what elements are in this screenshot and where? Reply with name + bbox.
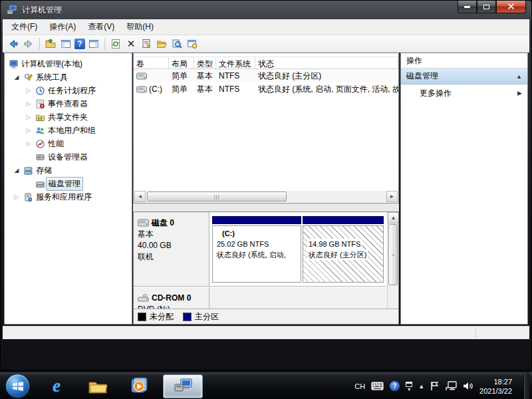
more-actions-item[interactable]: 更多操作 ▶	[401, 84, 527, 102]
start-button[interactable]	[5, 374, 30, 398]
forward-icon[interactable]	[22, 37, 35, 51]
find-icon[interactable]	[170, 37, 184, 51]
tree-item-shared-folders[interactable]: 共享文件夹	[5, 110, 132, 124]
help-tray-icon[interactable]	[390, 381, 400, 391]
taskbar-explorer[interactable]	[83, 374, 112, 398]
tree-item-system-tools[interactable]: 系统工具	[5, 70, 132, 84]
taskbar-computer-management-active[interactable]	[163, 374, 203, 398]
expander-icon[interactable]	[23, 114, 34, 120]
refresh-icon[interactable]	[109, 37, 122, 51]
event-viewer-icon	[34, 99, 46, 109]
expander-icon[interactable]	[11, 167, 22, 174]
window-title: 计算机管理	[22, 5, 62, 16]
show-console-tree-icon[interactable]	[59, 37, 72, 51]
tree-item-services-applications[interactable]: 服务和应用程序	[5, 190, 132, 203]
close-button[interactable]	[496, 1, 526, 13]
vertical-scrollbar[interactable]: ▲ ≡ ▼	[387, 212, 398, 325]
expander-icon[interactable]	[23, 87, 34, 94]
menu-action[interactable]: 操作(A)	[43, 19, 82, 35]
disk-icon	[138, 219, 149, 227]
actions-header: 操作	[401, 53, 527, 68]
partition-c[interactable]: (C:) 25.02 GB NTFS 状态良好 (系统, 启动,	[212, 216, 301, 283]
status-bar	[3, 326, 529, 339]
folder-icon	[88, 378, 108, 394]
disk-0-info[interactable]: 磁盘 0 基本 40.00 GB 联机	[134, 212, 209, 286]
windows-logo-icon	[11, 380, 25, 393]
users-icon	[34, 126, 46, 136]
scroll-up-icon[interactable]: ▲	[388, 212, 399, 223]
graphical-view: 磁盘 0 基本 40.00 GB 联机 (C:) 25.02 GB NTFS 状…	[133, 211, 399, 325]
language-indicator[interactable]: CH	[354, 382, 365, 390]
touch-keyboard-icon[interactable]: ▼	[406, 382, 412, 391]
column-status[interactable]: 状态	[255, 57, 398, 68]
tree-item-event-viewer[interactable]: 事件查看器	[5, 97, 132, 110]
open-icon[interactable]	[155, 37, 168, 51]
maximize-button[interactable]	[477, 1, 496, 13]
internet-explorer-icon: e	[53, 376, 61, 396]
show-hidden-icons-icon[interactable]	[418, 383, 424, 390]
menu-bar: 文件(F) 操作(A) 查看(V) 帮助(H)	[3, 19, 529, 35]
show-desktop-button[interactable]	[523, 373, 529, 399]
computer-management-icon	[173, 378, 193, 395]
network-icon[interactable]	[445, 381, 457, 391]
system-tray: CH ▼	[354, 373, 532, 399]
services-icon	[22, 192, 34, 202]
properties-icon[interactable]	[140, 37, 153, 51]
menu-help[interactable]: 帮助(H)	[120, 19, 160, 35]
clock[interactable]: 18:27 2021/3/22	[479, 377, 517, 396]
pane-splitter[interactable]	[133, 203, 399, 211]
keyboard-icon[interactable]	[371, 382, 384, 390]
back-icon[interactable]	[7, 37, 20, 51]
volume-list: 卷 布局 类型 文件系统 状态 简单 基本 NTFS 状态良好 (主分区) (C…	[133, 53, 399, 203]
help-icon[interactable]	[74, 39, 85, 49]
tree-item-performance[interactable]: 性能	[5, 137, 132, 150]
volume-row[interactable]: 简单 基本 NTFS 状态良好 (主分区)	[134, 69, 398, 82]
speaker-icon[interactable]	[463, 381, 473, 391]
actions-section-disk-management[interactable]: 磁盘管理 ▲	[401, 68, 527, 84]
action-center-flag-icon[interactable]	[430, 381, 439, 391]
console-tree: 计算机管理(本地) 系统工具 任务计划程序 事件查看器 共享文件夹	[4, 53, 132, 325]
show-action-pane-icon[interactable]	[87, 37, 100, 51]
disk-management-icon	[34, 179, 46, 189]
legend-primary: 主分区	[183, 311, 219, 323]
scroll-left-icon[interactable]: ◄	[134, 191, 146, 202]
title-bar[interactable]: 计算机管理	[1, 1, 531, 19]
close-icon	[507, 1, 515, 13]
legend-unallocated: 未分配	[138, 311, 174, 323]
primary-partition-bar	[212, 216, 301, 224]
scroll-right-icon[interactable]: ►	[386, 191, 398, 202]
tree-item-local-users-groups[interactable]: 本地用户和组	[5, 124, 132, 137]
column-volume[interactable]: 卷	[134, 57, 169, 68]
tree-item-computer-management[interactable]: 计算机管理(本地)	[5, 57, 132, 70]
expander-icon[interactable]	[23, 127, 34, 134]
export-icon[interactable]	[44, 37, 57, 51]
delete-icon[interactable]	[124, 37, 138, 51]
tree-item-task-scheduler[interactable]: 任务计划程序	[5, 84, 132, 97]
menu-view[interactable]: 查看(V)	[82, 19, 120, 35]
expander-icon[interactable]	[11, 74, 22, 80]
column-filesystem[interactable]: 文件系统	[216, 57, 255, 68]
expander-icon[interactable]	[23, 140, 34, 147]
console-options-icon[interactable]	[186, 37, 199, 51]
tree-item-disk-management[interactable]: 磁盘管理	[5, 177, 132, 190]
column-type[interactable]: 类型	[194, 57, 216, 68]
minimize-button[interactable]	[458, 1, 477, 13]
expander-icon[interactable]	[11, 194, 22, 200]
column-layout[interactable]: 布局	[169, 57, 194, 68]
scrollbar-thumb[interactable]: ≡	[388, 224, 398, 285]
partition-unnamed-selected[interactable]: 14.98 GB NTFS 状态良好 (主分区)	[303, 216, 384, 283]
media-player-icon	[130, 377, 148, 396]
expander-icon[interactable]	[23, 100, 34, 107]
disk-management-view: 卷 布局 类型 文件系统 状态 简单 基本 NTFS 状态良好 (主分区) (C…	[133, 53, 399, 325]
collapse-icon[interactable]: ▲	[516, 73, 522, 80]
taskbar-ie[interactable]: e	[42, 374, 71, 398]
computer-icon	[7, 59, 19, 69]
selected-tree-label: 磁盘管理	[46, 177, 83, 191]
menu-file[interactable]: 文件(F)	[5, 19, 43, 35]
taskbar-media-player[interactable]	[124, 374, 154, 398]
horizontal-scrollbar[interactable]: ◄ ||| ►	[134, 191, 398, 202]
volume-row[interactable]: (C:) 简单 基本 NTFS 状态良好 (系统, 启动, 页面文件, 活动, …	[134, 82, 398, 96]
scrollbar-thumb[interactable]: |||	[147, 192, 287, 201]
tree-item-device-manager[interactable]: 设备管理器	[5, 150, 132, 164]
tree-item-storage[interactable]: 存储	[5, 164, 132, 177]
